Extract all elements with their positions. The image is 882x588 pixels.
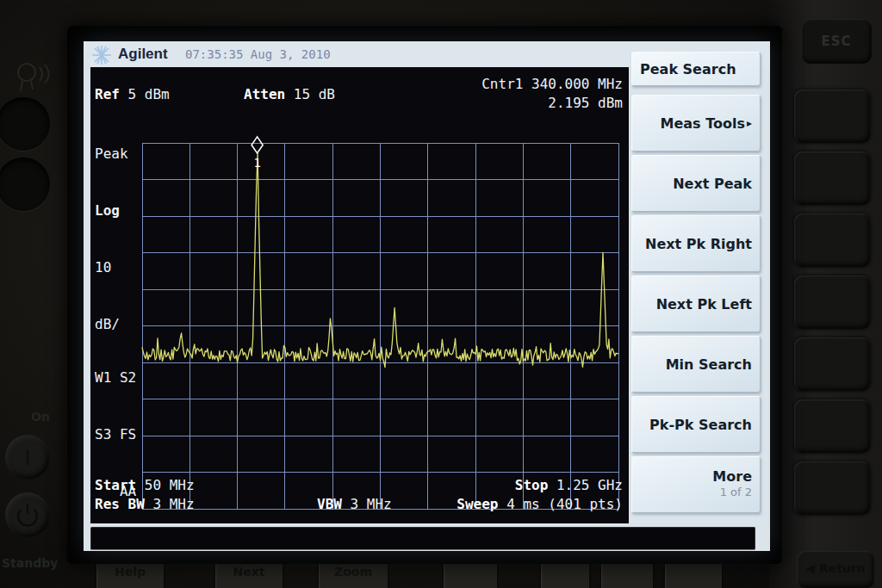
softkey-hardbutton-3[interactable] [794, 214, 870, 267]
rbw-label: Res BW [95, 496, 145, 512]
softkey-next-pk-left[interactable]: Next Pk Left [631, 275, 761, 332]
start-value: 50 MHz [136, 477, 194, 493]
stop-freq-readout: Stop 1.25 GHz [515, 477, 623, 494]
vbw-value: 3 MHz [342, 496, 392, 512]
atten-readout: Atten 15 dB [244, 86, 335, 103]
softkey-label: Pk-Pk Search [649, 417, 752, 433]
power-on-button[interactable]: | [5, 435, 50, 480]
power-icon [5, 492, 50, 537]
softkey-label: Min Search [666, 356, 752, 373]
atten-value: 15 dB [285, 86, 335, 102]
sweep-readout: Sweep 4 ms (401 pts) [457, 496, 623, 513]
marker-freq: 340.000 MHz [523, 76, 623, 92]
datetime-display: 07:35:35 Aug 3, 2010 [185, 47, 331, 61]
on-label: On [31, 410, 50, 424]
softkey-min-search[interactable]: Min Search [631, 336, 761, 393]
return-arrow-icon: ◀ [805, 561, 815, 575]
softkey-hardbutton-4[interactable] [794, 275, 870, 329]
marker-freq-readout: Cntr1 340.000 MHz [481, 76, 623, 93]
status-bar [90, 527, 755, 550]
softkey-label: Next Peak [673, 176, 752, 192]
softkey-hardbutton-6[interactable] [794, 399, 870, 453]
standby-label: Standby [2, 556, 58, 570]
softkey-label: Next Pk Right [645, 236, 752, 252]
softkey-more[interactable]: More1 of 2 [631, 456, 761, 513]
scale-type: Log [95, 201, 145, 220]
softkey-hardbutton-1[interactable] [794, 90, 870, 143]
softkey-menu: Peak Search Meas Tools▸ Next Peak Next P… [631, 50, 761, 523]
softkey-pk-pk-search[interactable]: Pk-Pk Search [631, 396, 761, 453]
softkey-label: More [712, 468, 752, 485]
spectrum-display: Ref 5 dBm Atten 15 dB Cntr1 340.000 MHz … [90, 67, 629, 523]
stop-label: Stop [515, 477, 549, 493]
start-freq-readout: Start 50 MHz [95, 477, 195, 494]
on-symbol: | [25, 447, 30, 465]
trace-status-line: S3 FS [95, 425, 145, 444]
softkey-hardbutton-5[interactable] [794, 337, 870, 391]
ref-label: Ref [95, 86, 120, 102]
volume-knob[interactable] [0, 97, 50, 151]
graticule: 1 [142, 110, 618, 476]
sweep-label: Sweep [457, 496, 498, 512]
marker-number: 1 [253, 156, 260, 170]
softkey-hardbutton-7[interactable] [794, 461, 870, 515]
standby-button[interactable] [5, 492, 50, 537]
trace-status-line: W1 S2 [95, 368, 145, 387]
softkey-next-pk-right[interactable]: Next Pk Right [631, 215, 761, 272]
rbw-value: 3 MHz [145, 496, 195, 512]
softkey-menu-title: Peak Search [631, 52, 761, 86]
headphone-jack[interactable] [0, 158, 50, 211]
screen: Agilent 07:35:35 Aug 3, 2010 Ref 5 dBm A… [84, 41, 770, 551]
start-label: Start [95, 477, 136, 493]
marker-diamond-icon [252, 137, 263, 153]
esc-button[interactable]: ESC [801, 19, 872, 64]
headphone-icon [14, 60, 53, 95]
vbw-readout: VBW 3 MHz [317, 496, 392, 513]
brand-logo-text: Agilent [118, 46, 168, 63]
menu-title-label: Peak Search [640, 61, 736, 77]
scale-per-div: 10 [95, 258, 145, 277]
spectrum-trace-chart: 1 [142, 143, 618, 509]
agilent-spark-icon [90, 44, 113, 66]
softkey-label: Next Pk Left [656, 296, 752, 313]
marker-label: Cntr1 [481, 76, 523, 92]
vbw-label: VBW [317, 496, 342, 512]
return-label: Return [819, 561, 866, 575]
rbw-readout: Res BW 3 MHz [95, 496, 195, 513]
softkey-hardbutton-2[interactable] [794, 152, 870, 205]
detector-mode: Peak [95, 145, 145, 164]
stop-value: 1.25 GHz [548, 477, 623, 493]
softkey-next-peak[interactable]: Next Peak [631, 155, 761, 212]
return-button[interactable]: ◀ Return [797, 551, 874, 588]
softkey-meas-tools[interactable]: Meas Tools▸ [631, 95, 761, 152]
softkey-label: Meas Tools [661, 115, 745, 132]
atten-label: Atten [244, 86, 285, 102]
softkey-page-indicator: 1 of 2 [712, 485, 752, 500]
submenu-arrow-icon: ▸ [747, 117, 752, 129]
ref-level-readout: Ref 5 dBm [95, 86, 170, 103]
marker-level-readout: 2.195 dBm [548, 95, 623, 112]
ref-value: 5 dBm [120, 86, 170, 102]
sweep-value: 4 ms (401 pts) [499, 496, 624, 512]
